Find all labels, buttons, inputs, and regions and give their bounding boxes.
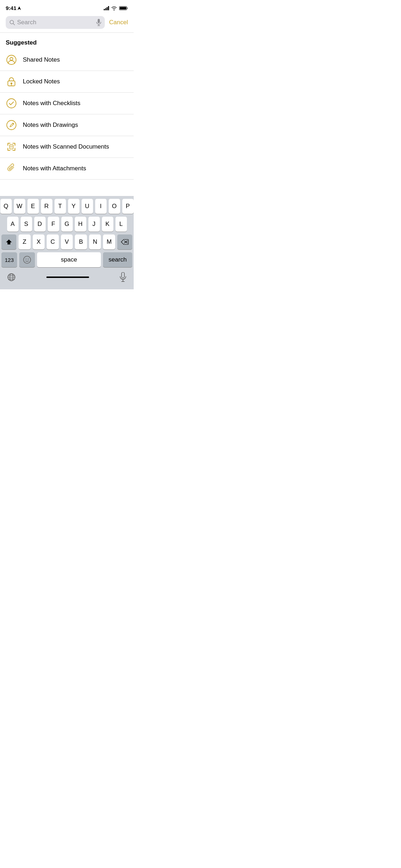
pencil-circle-icon bbox=[6, 119, 17, 131]
shift-icon bbox=[6, 239, 12, 245]
space-key[interactable]: space bbox=[37, 252, 101, 267]
suggested-header: Suggested bbox=[0, 33, 134, 49]
svg-point-14 bbox=[7, 120, 16, 130]
notes-checklists-label: Notes with Checklists bbox=[23, 100, 81, 107]
keyboard-microphone-icon[interactable] bbox=[119, 272, 127, 282]
list-item[interactable]: Notes with Checklists bbox=[0, 93, 134, 114]
key-c[interactable]: C bbox=[47, 234, 59, 249]
key-d[interactable]: D bbox=[34, 217, 46, 232]
key-f[interactable]: F bbox=[48, 217, 59, 232]
notes-scanned-label: Notes with Scanned Documents bbox=[23, 143, 109, 150]
shared-notes-label: Shared Notes bbox=[23, 56, 60, 63]
status-time: 9:41 bbox=[6, 5, 21, 11]
keyboard: Q W E R T Y U I O P A S D F G H J K L bbox=[0, 196, 134, 289]
svg-rect-2 bbox=[120, 7, 127, 9]
key-z[interactable]: Z bbox=[19, 234, 31, 249]
doc-scan-icon bbox=[6, 141, 17, 153]
key-a[interactable]: A bbox=[7, 217, 19, 232]
notes-attachments-label: Notes with Attachments bbox=[23, 165, 86, 172]
key-g[interactable]: G bbox=[61, 217, 73, 232]
search-key[interactable]: search bbox=[103, 252, 132, 267]
list-item[interactable]: Notes with Drawings bbox=[0, 114, 134, 136]
paperclip-icon bbox=[6, 163, 17, 174]
location-arrow-icon bbox=[17, 6, 21, 10]
svg-point-22 bbox=[24, 256, 31, 263]
keyboard-row-1: Q W E R T Y U I O P bbox=[1, 199, 132, 214]
key-k[interactable]: K bbox=[102, 217, 113, 232]
emoji-key[interactable] bbox=[19, 252, 35, 267]
search-icon bbox=[9, 20, 15, 25]
lock-icon bbox=[6, 76, 17, 87]
svg-rect-16 bbox=[10, 145, 13, 149]
key-p[interactable]: P bbox=[122, 199, 134, 214]
key-v[interactable]: V bbox=[61, 234, 73, 249]
microphone-icon[interactable] bbox=[96, 19, 101, 26]
cancel-button[interactable]: Cancel bbox=[109, 19, 128, 26]
checkmark-circle-icon bbox=[6, 98, 17, 109]
keyboard-row-2: A S D F G H J K L bbox=[1, 217, 132, 232]
key-o[interactable]: O bbox=[109, 199, 120, 214]
key-y[interactable]: Y bbox=[68, 199, 79, 214]
list-item[interactable]: Shared Notes bbox=[0, 49, 134, 71]
key-b[interactable]: B bbox=[75, 234, 87, 249]
key-n[interactable]: N bbox=[89, 234, 101, 249]
key-s[interactable]: S bbox=[21, 217, 32, 232]
notes-drawings-label: Notes with Drawings bbox=[23, 122, 78, 129]
list-item[interactable]: Notes with Attachments bbox=[0, 158, 134, 180]
svg-line-4 bbox=[13, 24, 15, 25]
status-indicators bbox=[104, 6, 128, 10]
key-w[interactable]: W bbox=[14, 199, 25, 214]
key-j[interactable]: J bbox=[88, 217, 100, 232]
list-item[interactable]: Notes with Scanned Documents bbox=[0, 136, 134, 158]
status-bar: 9:41 bbox=[0, 0, 134, 13]
keyboard-bottom-row: 123 space search bbox=[0, 251, 134, 269]
svg-point-13 bbox=[7, 99, 16, 108]
keyboard-footer bbox=[0, 269, 134, 289]
svg-rect-30 bbox=[122, 272, 124, 278]
wifi-icon bbox=[111, 6, 117, 10]
svg-point-23 bbox=[26, 259, 26, 259]
shift-key[interactable] bbox=[1, 234, 16, 249]
numbers-key[interactable]: 123 bbox=[1, 252, 17, 267]
keyboard-row-3: Z X C V B N M bbox=[1, 234, 132, 249]
svg-marker-0 bbox=[17, 6, 21, 10]
svg-point-24 bbox=[28, 259, 29, 259]
delete-icon bbox=[121, 239, 129, 245]
battery-icon bbox=[119, 6, 128, 10]
key-u[interactable]: U bbox=[82, 199, 93, 214]
key-e[interactable]: E bbox=[27, 199, 39, 214]
key-l[interactable]: L bbox=[115, 217, 127, 232]
key-h[interactable]: H bbox=[75, 217, 86, 232]
key-r[interactable]: R bbox=[41, 199, 52, 214]
svg-rect-5 bbox=[98, 19, 100, 23]
suggestion-list: Shared Notes Locked Notes Notes with Che… bbox=[0, 49, 134, 180]
key-i[interactable]: I bbox=[95, 199, 107, 214]
key-x[interactable]: X bbox=[33, 234, 45, 249]
home-indicator bbox=[46, 277, 89, 278]
time-display: 9:41 bbox=[6, 5, 16, 11]
key-t[interactable]: T bbox=[55, 199, 66, 214]
key-m[interactable]: M bbox=[103, 234, 115, 249]
key-q[interactable]: Q bbox=[0, 199, 12, 214]
emoji-icon bbox=[23, 255, 31, 264]
delete-key[interactable] bbox=[117, 234, 132, 249]
search-placeholder: Search bbox=[17, 19, 94, 26]
svg-marker-19 bbox=[6, 239, 12, 244]
svg-point-9 bbox=[10, 57, 13, 60]
search-input-wrap[interactable]: Search bbox=[6, 16, 105, 29]
globe-icon[interactable] bbox=[7, 273, 16, 281]
person-circle-icon bbox=[6, 54, 17, 66]
signal-icon bbox=[104, 6, 109, 10]
search-bar-row: Search Cancel bbox=[0, 13, 134, 32]
locked-notes-label: Locked Notes bbox=[23, 78, 60, 85]
list-item[interactable]: Locked Notes bbox=[0, 71, 134, 93]
